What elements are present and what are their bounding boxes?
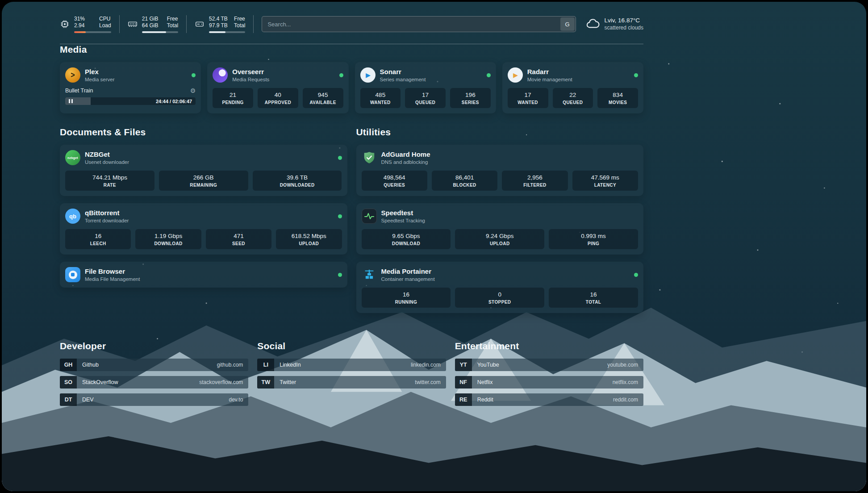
section-title-entertainment: Entertainment	[455, 341, 643, 351]
disk-widget: 52.4 TB 97.9 TB Free Total	[195, 15, 254, 33]
sonarr-icon: ▶	[360, 67, 376, 83]
bookmark-abbr: NF	[455, 376, 472, 389]
stat-leech: 16LEECH	[65, 229, 131, 249]
stat-queries: 498,564QUERIES	[362, 171, 427, 191]
bookmark-name: StackOverflow	[77, 376, 118, 389]
bookmark-url: netflix.com	[613, 376, 643, 389]
section-title-utilities: Utilities	[356, 127, 644, 138]
stat-blocked: 86,401BLOCKED	[432, 171, 497, 191]
stat-upload: 9.24 GbpsUPLOAD	[455, 229, 544, 249]
app-card-portainer[interactable]: Media Portainer Container management 16R…	[356, 262, 644, 313]
stat-available: 945AVAILABLE	[303, 88, 343, 108]
cpu-icon	[60, 19, 70, 29]
app-name: Radarr	[527, 68, 572, 76]
app-name: Overseerr	[232, 68, 269, 76]
bookmark-name: Twitter	[274, 376, 296, 389]
app-card-speedtest[interactable]: Speedtest Speedtest Tracking 9.65 GbpsDO…	[356, 203, 644, 255]
bookmark-abbr: DT	[60, 393, 77, 406]
disk-icon	[195, 19, 204, 29]
app-card-radarr[interactable]: ▶ Radarr Movie management 17WANTED 22QUE…	[502, 62, 643, 113]
disk-free: 52.4 TB	[209, 16, 228, 22]
weather-widget[interactable]: Lviv, 16.87°C scattered clouds	[586, 17, 643, 32]
disk-total: 97.9 TB	[209, 22, 228, 29]
stat-movies: 834MOVIES	[597, 88, 638, 108]
status-dot	[192, 73, 196, 77]
bookmark-stackoverflow[interactable]: SO StackOverflow stackoverflow.com	[60, 376, 248, 389]
plex-icon: >	[65, 67, 80, 83]
cpu-load: 2.94	[74, 22, 93, 29]
stat-series: 196SERIES	[450, 88, 491, 108]
disk-free-label: Free	[234, 16, 245, 22]
app-subtitle: Usenet downloader	[85, 159, 129, 165]
stat-latency: 47.569 msLATENCY	[572, 171, 638, 191]
overseerr-icon	[213, 67, 228, 83]
documents-column: Documents & Files nzbget NZBGet Usenet d…	[60, 127, 347, 295]
ram-free: 21 GiB	[142, 16, 161, 22]
entertainment-column: Entertainment YT YouTube youtube.com NF …	[455, 341, 643, 411]
bookmark-url: github.com	[217, 359, 249, 371]
app-card-adguard[interactable]: AdGuard Home DNS and adblocking 498,564Q…	[356, 145, 644, 196]
bookmark-dev[interactable]: DT DEV dev.to	[60, 393, 248, 406]
bookmark-reddit[interactable]: RE Reddit reddit.com	[455, 393, 643, 406]
app-card-sonarr[interactable]: ▶ Sonarr Series management 485WANTED 17Q…	[355, 62, 496, 113]
media-card-row: > Plex Media server Bullet Train ⚙ 24:44…	[60, 62, 643, 113]
app-name: File Browser	[85, 267, 140, 276]
app-card-plex[interactable]: > Plex Media server Bullet Train ⚙ 24:44…	[60, 62, 201, 113]
playback-time: 24:44 / 02:06:47	[156, 99, 192, 104]
bookmark-linkedin[interactable]: LI LinkedIn linkedin.com	[257, 359, 446, 371]
app-subtitle: Media File Management	[85, 276, 140, 282]
developer-column: Developer GH Github github.com SO StackO…	[60, 341, 248, 411]
radarr-icon: ▶	[508, 67, 523, 83]
section-title-documents: Documents & Files	[60, 127, 347, 138]
nzbget-icon: nzbget	[65, 150, 80, 165]
stat-pending: 21PENDING	[213, 88, 253, 108]
filebrowser-icon	[65, 267, 80, 282]
bookmark-netflix[interactable]: NF Netflix netflix.com	[455, 376, 643, 389]
stat-approved: 40APPROVED	[258, 88, 298, 108]
app-card-overseerr[interactable]: Overseerr Media Requests 21PENDING 40APP…	[207, 62, 348, 113]
app-subtitle: DNS and adblocking	[381, 159, 430, 165]
playback-progress-bar[interactable]: 24:44 / 02:06:47	[65, 97, 196, 105]
bookmark-twitter[interactable]: TW Twitter twitter.com	[257, 376, 446, 389]
bookmark-url: reddit.com	[613, 393, 643, 406]
stat-filtered: 2,956FILTERED	[502, 171, 568, 191]
bookmark-name: Reddit	[472, 393, 493, 406]
bookmark-github[interactable]: GH Github github.com	[60, 359, 248, 371]
stat-wanted: 17WANTED	[508, 88, 548, 108]
bookmark-name: Netflix	[472, 376, 493, 389]
search-input[interactable]	[262, 16, 576, 32]
bookmark-url: linkedin.com	[411, 359, 446, 371]
section-title-developer: Developer	[60, 341, 248, 351]
app-card-filebrowser[interactable]: File Browser Media File Management	[60, 262, 347, 288]
search-engine-button[interactable]: G	[560, 17, 575, 31]
cloud-icon	[586, 18, 600, 30]
dashboard-window: 31% 2.94 CPU Load	[2, 2, 866, 491]
stat-download: 1.19 GbpsDOWNLOAD	[135, 229, 201, 249]
app-card-qbittorrent[interactable]: qb qBittorrent Torrent downloader 16LEEC…	[60, 203, 347, 255]
pause-icon[interactable]	[69, 99, 73, 103]
stat-queued: 22QUEUED	[553, 88, 593, 108]
search-bar: G	[262, 16, 576, 32]
portainer-icon	[362, 267, 377, 282]
bookmark-name: Github	[77, 359, 99, 371]
bookmark-name: DEV	[77, 393, 94, 406]
section-title-media: Media	[60, 44, 643, 55]
weather-condition: scattered clouds	[605, 24, 643, 32]
utilities-column: Utilities	[356, 127, 644, 320]
stat-running: 16RUNNING	[362, 288, 451, 308]
bookmark-abbr: GH	[60, 359, 77, 371]
ram-usage-bar	[142, 31, 178, 33]
bookmark-url: dev.to	[229, 393, 249, 406]
stat-remaining: 266 GBREMAINING	[159, 171, 248, 191]
bookmark-abbr: LI	[257, 359, 274, 371]
bookmark-url: twitter.com	[415, 376, 446, 389]
app-subtitle: Speedtest Tracking	[381, 218, 425, 223]
qbittorrent-icon: qb	[65, 209, 80, 224]
bookmark-abbr: YT	[455, 359, 472, 371]
cpu-load-label: Load	[99, 22, 111, 29]
ram-total-label: Total	[167, 22, 178, 29]
bookmark-name: YouTube	[472, 359, 499, 371]
app-card-nzbget[interactable]: nzbget NZBGet Usenet downloader 744.21 M…	[60, 145, 347, 196]
gear-icon[interactable]: ⚙	[190, 88, 196, 94]
bookmark-youtube[interactable]: YT YouTube youtube.com	[455, 359, 643, 371]
